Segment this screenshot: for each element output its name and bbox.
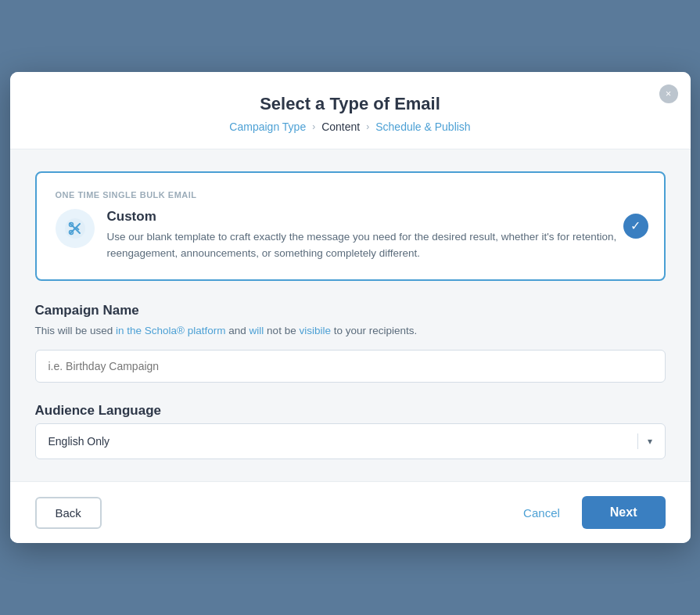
hint-not: not be	[264, 325, 299, 336]
campaign-name-input[interactable]	[35, 350, 666, 383]
hint-plain: This will be used	[35, 325, 117, 336]
hint-tail: to your recipients.	[331, 325, 417, 336]
card-title: Custom	[107, 209, 645, 225]
cancel-button[interactable]: Cancel	[517, 498, 566, 527]
chevron-down-icon: ▾	[648, 436, 652, 447]
modal-title: Select a Type of Email	[35, 94, 666, 114]
modal-body: ONE TIME SINGLE BULK EMAIL	[10, 149, 691, 481]
footer-right: Cancel Next	[517, 496, 665, 529]
modal-footer: Back Cancel Next	[10, 481, 691, 543]
select-divider	[637, 433, 638, 449]
hint-and: and	[226, 325, 249, 336]
breadcrumb-sep-1: ›	[312, 121, 315, 132]
card-category: ONE TIME SINGLE BULK EMAIL	[56, 190, 645, 200]
custom-email-icon	[56, 209, 95, 248]
breadcrumb-schedule-publish[interactable]: Schedule & Publish	[375, 120, 470, 133]
breadcrumb-content[interactable]: Content	[321, 120, 360, 133]
hint-highlight-platform: in the Schola® platform	[116, 325, 226, 336]
card-description: Use our blank template to craft exactly …	[107, 229, 645, 262]
breadcrumb: Campaign Type › Content › Schedule & Pub…	[35, 120, 666, 133]
audience-language-select[interactable]: English Only ▾	[35, 423, 666, 459]
email-type-card[interactable]: ONE TIME SINGLE BULK EMAIL	[35, 171, 666, 281]
modal-header: Select a Type of Email Campaign Type › C…	[10, 72, 691, 149]
breadcrumb-campaign-type[interactable]: Campaign Type	[229, 120, 306, 133]
hint-highlight-will: will	[249, 325, 264, 336]
breadcrumb-sep-2: ›	[366, 121, 369, 132]
card-text: Custom Use our blank template to craft e…	[107, 209, 645, 262]
select-value: English Only	[48, 435, 637, 448]
modal-dialog: Select a Type of Email Campaign Type › C…	[10, 72, 691, 543]
card-content: Custom Use our blank template to craft e…	[56, 209, 645, 262]
campaign-name-label: Campaign Name	[35, 303, 666, 318]
audience-language-label: Audience Language	[35, 403, 666, 419]
selected-check-icon: ✓	[623, 214, 648, 239]
close-button[interactable]: ×	[659, 85, 678, 103]
back-button[interactable]: Back	[35, 497, 102, 529]
select-display[interactable]: English Only ▾	[36, 424, 665, 459]
campaign-name-section: Campaign Name This will be used in the S…	[35, 303, 666, 403]
modal-overlay: Select a Type of Email Campaign Type › C…	[0, 0, 700, 615]
hint-highlight-visibile: visibile	[299, 325, 331, 336]
tools-svg-icon	[65, 218, 85, 239]
campaign-name-hint: This will be used in the Schola® platfor…	[35, 323, 666, 339]
audience-language-section: Audience Language English Only ▾	[35, 403, 666, 459]
next-button[interactable]: Next	[582, 496, 666, 529]
